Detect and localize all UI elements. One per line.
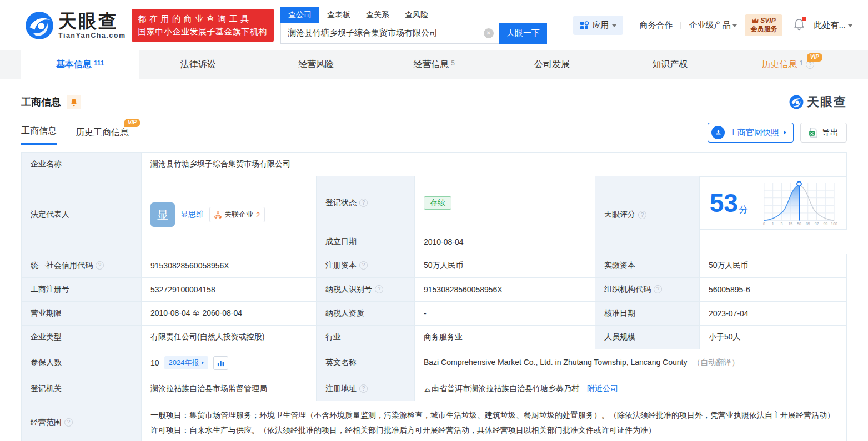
help-icon[interactable] [806,60,814,69]
help-icon[interactable] [64,418,73,427]
company-detail-tabs: 基本信息 111 法律诉讼 经营风险 经营信息 5 公司发展 知识产权 VIP … [0,50,868,79]
reg-address-value: 云南省普洱市澜沧拉祜族自治县竹塘乡募乃村 [424,384,579,393]
tab-label: 经营信息 [413,59,449,70]
score-marker [797,182,801,186]
monitor-bell-button[interactable] [67,95,81,109]
svg-text:97: 97 [815,222,819,226]
user-menu-button[interactable]: 此处有... [814,20,852,31]
subtab-business-registration[interactable]: 工商信息 [21,125,57,145]
related-companies-count: 2 [256,211,260,219]
english-name-value: Bazi Comprehensive Market Co., Ltd. in Z… [424,358,687,367]
score-distribution-chart: 0 1 3 15 50 85 97 99 100 [760,179,837,227]
tab-company-development[interactable]: 公司发展 [493,50,611,79]
tab-legal-proceedings[interactable]: 法律诉讼 [139,50,257,79]
search-tab-boss[interactable]: 查老板 [319,7,358,23]
help-icon[interactable] [96,261,104,270]
nearby-companies-link[interactable]: 附近公司 [587,384,618,393]
help-icon[interactable] [654,285,662,293]
search-tab-relation[interactable]: 查关系 [358,7,397,23]
legal-rep-name-link[interactable]: 显思维 [180,210,204,220]
reg-authority-value: 澜沧拉祜族自治县市场监督管理局 [142,377,317,401]
subtab-label: 历史工商信息 [76,128,129,137]
establish-date-value: 2010-08-04 [415,230,595,254]
bell-icon [70,98,78,107]
help-icon[interactable] [359,384,368,393]
tyc-score-label: 天眼评分 [595,176,700,254]
help-icon[interactable] [359,199,368,207]
auto-translate-note: （自动翻译） [693,358,739,367]
annual-report-label: 2024年报 [169,358,199,368]
status-badge[interactable]: 存续 [424,196,451,210]
vip-badge: VIP [124,119,140,127]
search-tab-company[interactable]: 查公司 [280,7,319,23]
reg-number-value: 532729100004158 [142,277,317,301]
official-snapshot-button[interactable]: 工商官网快照 [708,123,794,143]
tianyancha-watermark: 天眼查 [789,94,847,110]
apps-label: 应用 [592,20,609,31]
subtab-history-registration[interactable]: VIP 历史工商信息 [76,127,129,145]
reg-address-label: 注册地址 [317,377,415,401]
taxpayer-quality-label: 纳税人资质 [317,301,415,325]
search-button[interactable]: 天眼一下 [499,23,547,44]
chevron-down-icon [732,24,737,27]
trend-chart-button[interactable] [213,356,228,370]
avatar[interactable]: 显 [150,202,175,227]
help-icon[interactable] [375,285,383,293]
annual-report-badge[interactable]: 2024年报 [164,356,208,369]
tab-history-info[interactable]: VIP 历史信息 1 [729,50,847,79]
insured-count-label: 参保人数 [22,349,142,377]
tab-intellectual-property[interactable]: 知识产权 [611,50,729,79]
header-right-nav: 应用 商务合作 企业级产品 SVIP 会员服务 [573,14,852,36]
notification-bell-button[interactable] [794,18,805,33]
related-companies-button[interactable]: 关联企业 2 [209,207,265,222]
legal-rep-cell: 显 显思维 关联企业 2 [142,176,317,254]
search-tab-risk[interactable]: 查风险 [397,7,436,23]
logo-title: 天眼查 [58,12,126,30]
apps-menu-button[interactable]: 应用 [573,16,623,35]
company-name-label: 企业名称 [22,153,142,176]
taxpayer-quality-value: - [415,301,595,325]
help-icon[interactable] [638,211,646,219]
business-cooperation-link[interactable]: 商务合作 [639,20,673,31]
company-type-label: 企业类型 [22,325,142,349]
chevron-right-icon [784,130,786,135]
notification-dot [802,17,806,21]
table-row: 法定代表人 显 显思维 关联企业 2 [22,176,847,230]
top-header: 天眼查 TianYanCha.com 都在用的商业查询工具 国家中小企业发展子基… [0,0,868,50]
reg-capital-value: 50万人民币 [415,254,595,277]
reg-authority-label: 登记机关 [22,377,142,401]
enterprise-product-link[interactable]: 企业级产品 [689,20,737,31]
tab-count: 1 [799,59,803,67]
table-row: 工商注册号 532729100004158 纳税人识别号 91530828560… [22,277,847,301]
tianyancha-eye-icon [789,95,804,109]
related-companies-label: 关联企业 [224,210,253,220]
score-unit: 分 [739,204,748,216]
company-name-value: 澜沧县竹塘乡坝子综合集贸市场有限公司 [142,153,847,176]
tab-basic-info[interactable]: 基本信息 111 [21,50,139,79]
tianyancha-eye-icon [25,11,54,40]
username-label: 此处有... [814,20,846,31]
tab-label: 基本信息 [56,59,92,70]
tyc-score-cell: 53 分 [700,176,847,230]
credit-code-label: 统一社会信用代码 [22,254,142,277]
taxpayer-id-label: 纳税人识别号 [317,277,415,301]
reg-number-label: 工商注册号 [22,277,142,301]
staff-size-value: 小于50人 [700,325,847,349]
search-input[interactable] [280,23,499,44]
chevron-down-icon [612,24,616,27]
svip-member-button[interactable]: SVIP 会员服务 [745,14,782,36]
help-icon[interactable] [359,261,368,270]
staff-size-label: 人员规模 [595,325,700,349]
tab-label: 公司发展 [534,59,570,70]
clear-search-icon[interactable] [484,28,494,38]
export-button[interactable]: 导出 [800,123,847,143]
label-text: 纳税人识别号 [325,285,372,295]
section-title: 工商信息 [21,95,61,109]
tab-business-info[interactable]: 经营信息 5 [375,50,493,79]
business-term-value: 2010-08-04 至 2060-08-04 [142,301,317,325]
org-chart-icon [214,211,222,219]
label-text: 登记状态 [325,198,357,208]
tab-operating-risk[interactable]: 经营风险 [257,50,375,79]
bar-chart-icon [217,359,224,367]
tianyancha-logo[interactable]: 天眼查 TianYanCha.com [25,11,126,40]
